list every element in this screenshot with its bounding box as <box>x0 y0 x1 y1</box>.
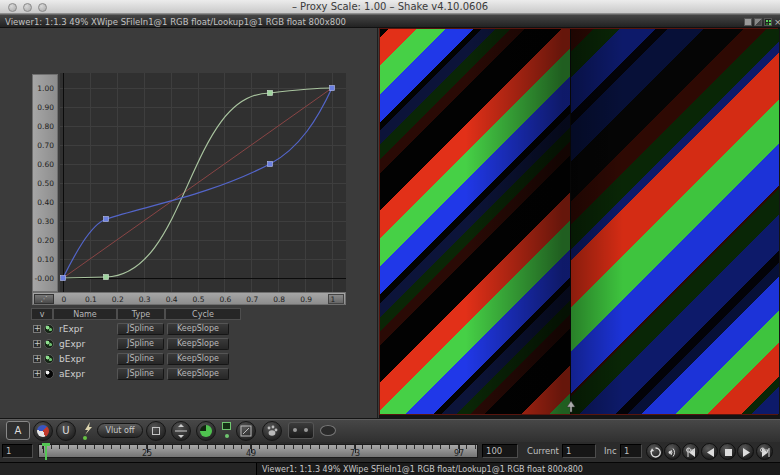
curve-visibility-knob-icon[interactable] <box>44 354 54 364</box>
timecode-oval-button[interactable] <box>320 425 336 436</box>
wipe-handle-icon[interactable] <box>566 401 576 413</box>
curve-visibility-knob-icon[interactable] <box>44 324 54 334</box>
keypoint-bExpr[interactable] <box>61 276 66 281</box>
status-left-panel <box>0 463 257 475</box>
x-tick-label: 0.7 <box>246 295 258 304</box>
y-axis-strip[interactable]: 1.00 0.90 0.80 0.70 0.60 0.50 0.40 0.30 … <box>32 74 58 292</box>
y-tick-label: -0.00 <box>32 274 54 283</box>
keypoint-bExpr[interactable] <box>268 162 273 167</box>
table-row: + bExpr JSpline KeepSlope <box>0 353 378 366</box>
node-grid-icon[interactable] <box>764 18 772 26</box>
cycle-button[interactable]: KeepSlope <box>167 338 229 350</box>
expand-plus-icon[interactable]: + <box>33 340 41 348</box>
y-tick-label: 0.70 <box>32 141 54 150</box>
column-header-visibility[interactable]: v <box>31 308 53 320</box>
play-backward-icon <box>705 447 716 458</box>
y-tick-label: 0.80 <box>32 122 54 131</box>
column-header-name[interactable]: Name <box>53 308 117 320</box>
x-axis-strip[interactable]: ⋰ 0 0.1 0.2 0.3 0.4 0.5 0.6 0.7 0.8 0.9 … <box>32 292 346 305</box>
curve-plot-area[interactable] <box>60 73 346 293</box>
stop-button[interactable] <box>719 443 736 460</box>
keypoint-bExpr[interactable] <box>330 86 335 91</box>
column-header-type[interactable]: Type <box>117 308 165 320</box>
realtime-audio-button[interactable] <box>664 443 681 460</box>
key-overlay-icon <box>686 447 696 453</box>
ruler-frame-label: 73 <box>350 449 360 458</box>
pixel-analyzer-button[interactable] <box>262 421 282 441</box>
x-tick-label: 0.4 <box>166 295 178 304</box>
table-row: + aExpr JSpline KeepSlope <box>0 368 378 381</box>
timeline-ruler[interactable]: 25 49 73 97 <box>38 444 478 458</box>
range-end-field[interactable]: 100 <box>482 444 518 458</box>
axis-home-button[interactable]: ⋰ <box>34 294 54 304</box>
vlut-button[interactable]: Vlut off <box>97 423 143 438</box>
x-tick-label: 1 <box>331 295 336 304</box>
roi-button[interactable] <box>146 421 166 441</box>
type-button[interactable]: JSpline <box>117 323 164 335</box>
film-strip-button[interactable] <box>288 422 314 439</box>
y-tick-label: 1.00 <box>32 84 54 93</box>
compare-button[interactable] <box>171 421 191 441</box>
loop-mode-button[interactable] <box>646 443 663 460</box>
x-tick-label: 0.5 <box>193 295 205 304</box>
play-backward-button[interactable] <box>701 443 718 460</box>
increment-label: Inc <box>604 446 617 456</box>
buffer-a-button[interactable]: A <box>6 421 30 440</box>
table-row: + rExpr JSpline KeepSlope <box>0 323 378 336</box>
curve-name: rExpr <box>59 324 83 334</box>
keypoint-gExpr[interactable] <box>104 275 109 280</box>
y-tick-label: 0.50 <box>32 179 54 188</box>
column-header-cycle[interactable]: Cycle <box>165 308 241 320</box>
range-start-field[interactable]: 1 <box>2 444 33 458</box>
type-button[interactable]: JSpline <box>117 353 164 365</box>
layout-icon[interactable] <box>754 18 762 26</box>
fit-image-button[interactable] <box>236 421 256 441</box>
wipe-seam[interactable] <box>570 29 571 414</box>
curve-rExpr[interactable] <box>63 88 332 278</box>
playhead[interactable] <box>45 443 47 460</box>
increment-field[interactable]: 1 <box>620 444 642 458</box>
x-tick-label: 0.9 <box>300 295 312 304</box>
x-tick-label: 0.8 <box>273 295 285 304</box>
detach-icon[interactable] <box>744 18 752 26</box>
sound-waves-icon <box>668 447 679 458</box>
cycle-button[interactable]: KeepSlope <box>167 323 229 335</box>
viewer-pane[interactable] <box>379 28 780 418</box>
loop-icon <box>650 447 661 458</box>
color-wheel-icon <box>37 425 49 437</box>
cycle-button[interactable]: KeepSlope <box>167 353 229 365</box>
ruler-frame-label: 49 <box>246 449 256 458</box>
curve-editor-panel: 1.00 0.90 0.80 0.70 0.60 0.50 0.40 0.30 … <box>0 28 378 418</box>
current-frame-label: Current <box>527 446 559 456</box>
cycle-button[interactable]: KeepSlope <box>167 368 229 380</box>
film-hole-icon <box>304 428 308 432</box>
next-keyframe-button[interactable] <box>756 443 773 460</box>
expand-plus-icon[interactable]: + <box>33 325 41 333</box>
keypoint-gExpr[interactable] <box>268 91 273 96</box>
cache-pie-button[interactable] <box>196 421 216 441</box>
keypoint-bExpr[interactable] <box>104 217 109 222</box>
curve-visibility-knob-icon[interactable] <box>44 369 54 379</box>
wipe-left-image <box>380 29 570 414</box>
expand-plus-icon[interactable]: + <box>33 370 41 378</box>
current-frame-field[interactable]: 1 <box>562 444 596 458</box>
play-forward-button[interactable] <box>737 443 754 460</box>
status-text: Viewer1: 1:1.3 49% XWipe SFileIn1@1 RGB … <box>262 465 583 474</box>
expand-plus-icon[interactable]: + <box>33 355 41 363</box>
viewer-image[interactable] <box>379 28 778 415</box>
close-icon[interactable]: × <box>774 18 780 26</box>
type-button[interactable]: JSpline <box>117 338 164 350</box>
type-button[interactable]: JSpline <box>117 368 164 380</box>
monitor-out-button[interactable] <box>221 422 232 440</box>
film-hole-icon <box>293 428 297 432</box>
prev-keyframe-button[interactable] <box>682 443 699 460</box>
status-bar: Viewer1: 1:1.3 49% XWipe SFileIn1@1 RGB … <box>0 462 780 475</box>
x-tick-label: 0.2 <box>112 295 124 304</box>
viewer-toolbar: A U Vlut off <box>0 418 780 442</box>
channel-wheel-button[interactable] <box>33 421 53 441</box>
curve-name: bExpr <box>59 354 85 364</box>
flipbook-bolt-icon[interactable] <box>82 422 94 440</box>
cache-pie-icon <box>200 425 212 437</box>
update-mode-button[interactable]: U <box>56 421 76 441</box>
curve-visibility-knob-icon[interactable] <box>44 339 54 349</box>
